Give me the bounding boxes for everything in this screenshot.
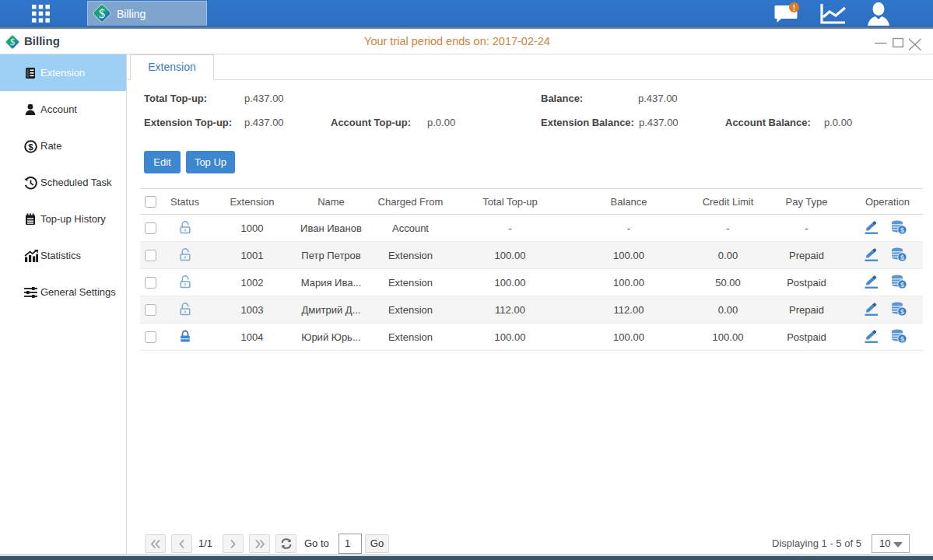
svg-text:$: $ (900, 308, 903, 316)
svg-text:!: ! (793, 4, 795, 12)
svg-text:$: $ (900, 226, 903, 234)
svg-text:$: $ (28, 142, 33, 152)
svg-text:$: $ (99, 7, 105, 20)
svg-text:$: $ (900, 335, 903, 343)
svg-text:$: $ (900, 254, 903, 261)
svg-text:$: $ (900, 281, 903, 289)
